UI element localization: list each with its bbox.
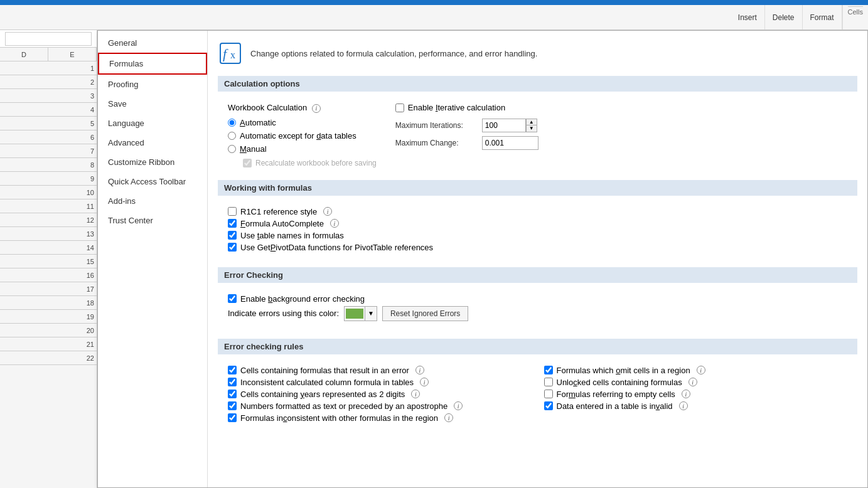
empty-cells-label[interactable]: Formulas referring to empty cells bbox=[557, 390, 675, 399]
spinner-down-icon[interactable]: ▼ bbox=[527, 125, 537, 132]
sidebar-item-language[interactable]: Language bbox=[98, 114, 207, 133]
formulas-error-label[interactable]: Cells containing formulas that result in… bbox=[240, 366, 409, 375]
calculation-options-content: Workbook Calculation i Automatic bbox=[218, 98, 857, 172]
spreadsheet-left: D E 1 2 3 4 5 6 7 8 9 10 11 12 13 14 15 … bbox=[0, 30, 97, 488]
max-iterations-label: Maximum Iterations: bbox=[395, 121, 477, 130]
color-swatch bbox=[346, 309, 363, 319]
enable-bg-check-item: Enable background error checking bbox=[228, 294, 847, 304]
row-numbers: 1 2 3 4 5 6 7 8 9 10 11 12 13 14 15 16 1… bbox=[0, 61, 97, 488]
empty-cells-checkbox[interactable] bbox=[544, 390, 553, 398]
getpivotdata-checkbox[interactable] bbox=[228, 243, 237, 252]
autocomplete-checkbox[interactable] bbox=[228, 219, 237, 228]
workbook-calc-label: Workbook Calculation i bbox=[228, 103, 377, 113]
autocomplete-info-icon: i bbox=[330, 219, 339, 228]
indicate-errors-label: Indicate errors using this color: bbox=[228, 309, 339, 318]
options-dialog: General Formulas Proofing Save Language … bbox=[97, 30, 868, 488]
formulas-error-checkbox[interactable] bbox=[228, 366, 237, 374]
insert-button[interactable]: Insert bbox=[731, 5, 765, 29]
numbers-text-label[interactable]: Numbers formatted as text or preceded by… bbox=[240, 401, 447, 411]
invalid-data-checkbox[interactable] bbox=[544, 401, 553, 410]
sidebar-item-save[interactable]: Save bbox=[98, 94, 207, 114]
radio-auto-tables-label[interactable]: Automatic except for data tables bbox=[240, 131, 356, 141]
row-19: 19 bbox=[0, 310, 97, 324]
row-16: 16 bbox=[0, 268, 97, 282]
unlocked-formulas-checkbox[interactable] bbox=[544, 378, 553, 386]
autocomplete-label[interactable]: Formula AutoComplete bbox=[240, 219, 324, 228]
getpivotdata-label[interactable]: Use GetPivotData functions for PivotTabl… bbox=[240, 243, 433, 252]
max-iterations-spinner[interactable]: ▲ ▼ bbox=[526, 119, 537, 132]
spinner-up-icon[interactable]: ▲ bbox=[527, 119, 537, 125]
content-header: f x Change options related to formula ca… bbox=[218, 41, 857, 66]
numbers-text-checkbox[interactable] bbox=[228, 401, 237, 410]
color-dropdown-arrow-icon[interactable]: ▼ bbox=[365, 307, 377, 321]
sidebar-item-advanced[interactable]: Advanced bbox=[98, 133, 207, 152]
radio-manual-input[interactable] bbox=[228, 145, 236, 153]
sidebar-item-quick-access[interactable]: Quick Access Toolbar bbox=[98, 172, 207, 191]
max-change-input[interactable]: 0.001 bbox=[482, 136, 538, 150]
options-content: f x Change options related to formula ca… bbox=[208, 31, 867, 487]
working-formulas-section: Working with formulas R1C1 reference sty… bbox=[218, 180, 857, 260]
sidebar-item-customize-ribbon[interactable]: Customize Ribbon bbox=[98, 152, 207, 172]
sidebar-item-add-ins[interactable]: Add-ins bbox=[98, 191, 207, 211]
sidebar-item-proofing[interactable]: Proofing bbox=[98, 75, 207, 94]
years-2digits-checkbox[interactable] bbox=[228, 390, 237, 398]
inconsistent-col-label[interactable]: Inconsistent calculated column formula i… bbox=[240, 378, 414, 387]
ribbon-area: Insert Delete Format Cells bbox=[0, 5, 868, 30]
radio-manual-label[interactable]: Manual bbox=[240, 144, 267, 154]
table-names-checkbox[interactable] bbox=[228, 231, 237, 240]
row-3: 3 bbox=[0, 89, 97, 103]
formulas-icon: f x bbox=[218, 41, 243, 66]
calculation-options-header: Calculation options bbox=[218, 76, 857, 92]
inconsistent-region-checkbox[interactable] bbox=[228, 413, 237, 422]
error-color-row: Indicate errors using this color: ▼ Rese… bbox=[228, 306, 847, 321]
table-names-label[interactable]: Use table names in formulas bbox=[240, 231, 344, 240]
error-checking-rules-header: Error checking rules bbox=[218, 339, 857, 354]
enable-iterative-checkbox[interactable] bbox=[395, 103, 404, 112]
omit-cells-checkbox[interactable] bbox=[544, 366, 553, 374]
format-button[interactable]: Format bbox=[803, 5, 842, 29]
max-iterations-input-group: 100 ▲ ▼ bbox=[482, 119, 537, 132]
max-iterations-input[interactable]: 100 bbox=[482, 119, 526, 132]
workbook-calc-info-icon: i bbox=[312, 104, 321, 113]
enable-iterative-label[interactable]: Enable Iterative calculation bbox=[408, 103, 505, 112]
max-change-row: Maximum Change: 0.001 bbox=[395, 136, 538, 150]
delete-button[interactable]: Delete bbox=[765, 5, 803, 29]
r1c1-checkbox[interactable] bbox=[228, 207, 237, 216]
col-header-d: D bbox=[0, 48, 48, 61]
inconsistent-region-label[interactable]: Formulas inconsistent with other formula… bbox=[240, 413, 438, 423]
inconsistent-col-checkbox[interactable] bbox=[228, 378, 237, 386]
enable-bg-check-label[interactable]: Enable background error checking bbox=[240, 294, 365, 304]
table-names-item: Use table names in formulas bbox=[228, 231, 847, 240]
cells-group-label: Cells bbox=[848, 6, 863, 16]
inconsistent-col-item: Inconsistent calculated column formula i… bbox=[228, 378, 532, 387]
omit-cells-label[interactable]: Formulas which omit cells in a region bbox=[557, 366, 690, 375]
years-2digits-label[interactable]: Cells containing years represented as 2 … bbox=[240, 390, 405, 399]
sidebar-item-trust-center[interactable]: Trust Center bbox=[98, 211, 207, 230]
error-checking-section: Error Checking Enable background error c… bbox=[218, 267, 857, 331]
radio-automatic-label[interactable]: Automatic bbox=[240, 118, 276, 127]
sidebar-item-formulas[interactable]: Formulas bbox=[98, 53, 207, 75]
radio-automatic-input[interactable] bbox=[228, 119, 236, 127]
sidebar-item-general[interactable]: General bbox=[98, 33, 207, 53]
unlocked-formulas-label[interactable]: Unlocked cells containing formulas bbox=[557, 378, 682, 387]
formula-input[interactable] bbox=[5, 32, 92, 46]
years-2digits-info-icon: i bbox=[411, 390, 420, 398]
enable-bg-check-checkbox[interactable] bbox=[228, 294, 237, 303]
radio-automatic: Automatic bbox=[228, 118, 377, 127]
row-5: 5 bbox=[0, 117, 97, 130]
inconsistent-region-item: Formulas inconsistent with other formula… bbox=[228, 413, 532, 423]
color-picker-button[interactable]: ▼ bbox=[344, 306, 377, 321]
working-formulas-header: Working with formulas bbox=[218, 180, 857, 196]
formula-bar bbox=[0, 30, 97, 48]
row-8: 8 bbox=[0, 158, 97, 172]
reset-ignored-errors-button[interactable]: Reset Ignored Errors bbox=[382, 306, 468, 321]
invalid-data-label[interactable]: Data entered in a table is invalid bbox=[557, 401, 673, 411]
autocomplete-item: Formula AutoComplete i bbox=[228, 219, 847, 228]
years-2digits-item: Cells containing years represented as 2 … bbox=[228, 390, 532, 399]
error-checking-header: Error Checking bbox=[218, 267, 857, 283]
workbook-calc-left: Workbook Calculation i Automatic bbox=[228, 103, 377, 167]
r1c1-label[interactable]: R1C1 reference style bbox=[240, 207, 317, 216]
inconsistent-col-info-icon: i bbox=[420, 378, 429, 386]
radio-auto-tables-input[interactable] bbox=[228, 132, 236, 140]
radio-group: Automatic Automatic except for data tabl… bbox=[228, 118, 377, 154]
